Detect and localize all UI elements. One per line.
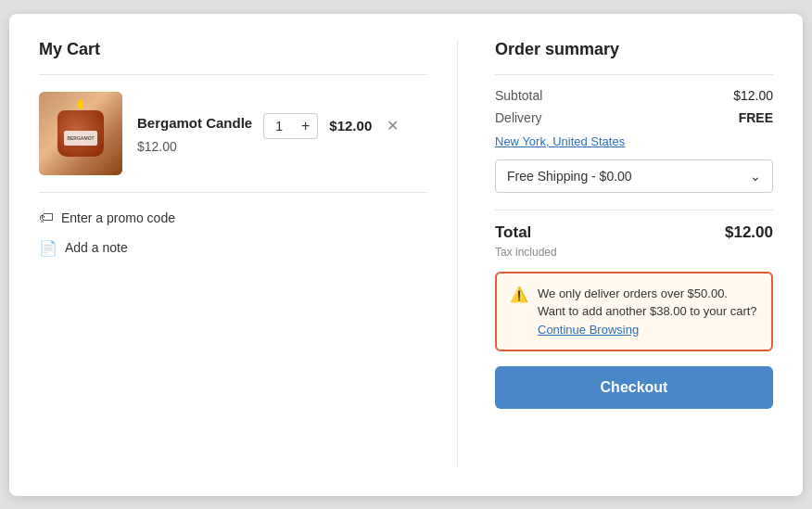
item-unit-price: $12.00	[137, 139, 427, 154]
item-image: BERGAMOT	[39, 92, 122, 175]
cart-item: BERGAMOT Bergamot Candle 1 + $12.00 ✕ $1…	[39, 92, 427, 175]
candle-label: BERGAMOT	[64, 131, 97, 146]
checkout-button[interactable]: Checkout	[495, 366, 773, 409]
continue-browsing-link[interactable]: Continue Browsing	[538, 323, 639, 337]
order-divider-top	[495, 74, 773, 75]
promo-icon: 🏷	[39, 210, 54, 226]
subtotal-row: Subtotal $12.00	[495, 88, 773, 103]
warning-icon: ⚠️	[510, 286, 528, 303]
chevron-down-icon: ⌄	[750, 169, 761, 184]
shipping-select[interactable]: Free Shipping - $0.00 ⌄	[495, 159, 773, 193]
add-note-row[interactable]: 📄 Add a note	[39, 239, 427, 257]
cart-divider-middle	[39, 192, 427, 193]
order-summary-title: Order summary	[495, 40, 773, 59]
total-value: $12.00	[725, 223, 773, 242]
promo-code-row[interactable]: 🏷 Enter a promo code	[39, 210, 427, 226]
candle-jar: BERGAMOT	[57, 110, 104, 157]
total-row: Total $12.00	[495, 223, 773, 242]
item-details: Bergamot Candle 1 + $12.00 ✕ $12.00	[137, 113, 427, 154]
qty-control: 1 +	[263, 113, 318, 139]
item-total-price: $12.00	[329, 118, 372, 134]
delivery-row: Delivery FREE	[495, 110, 773, 125]
cart-title: My Cart	[39, 40, 427, 59]
cart-panel: My Cart BERGAMOT Bergamot Candle	[39, 40, 458, 466]
warning-box: ⚠️ We only deliver orders over $50.00. W…	[495, 272, 773, 352]
warning-message: We only deliver orders over $50.00. Want…	[538, 286, 757, 319]
qty-increase-button[interactable]: +	[294, 114, 317, 138]
remove-item-button[interactable]: ✕	[383, 113, 402, 138]
warning-text: We only deliver orders over $50.00. Want…	[538, 285, 758, 339]
order-divider-middle	[495, 210, 773, 210]
note-label: Add a note	[65, 240, 128, 255]
qty-value: 1	[264, 115, 294, 137]
delivery-location-link[interactable]: New York, United States	[495, 134, 773, 148]
total-label: Total	[495, 223, 531, 242]
cart-modal: My Cart BERGAMOT Bergamot Candle	[9, 14, 803, 496]
order-summary-panel: Order summary Subtotal $12.00 Delivery F…	[495, 40, 773, 466]
candle-flame	[78, 99, 83, 108]
subtotal-value: $12.00	[733, 88, 773, 103]
item-name: Bergamot Candle	[137, 115, 252, 131]
subtotal-label: Subtotal	[495, 88, 542, 103]
note-icon: 📄	[39, 239, 57, 257]
promo-label: Enter a promo code	[61, 210, 175, 225]
item-image-inner: BERGAMOT	[39, 92, 122, 175]
item-qty-price-row: Bergamot Candle 1 + $12.00 ✕	[137, 113, 427, 139]
shipping-option-label: Free Shipping - $0.00	[507, 169, 632, 184]
cart-divider-top	[39, 74, 427, 75]
delivery-value: FREE	[739, 110, 773, 125]
delivery-label: Delivery	[495, 110, 542, 125]
tax-included-label: Tax included	[495, 246, 773, 259]
